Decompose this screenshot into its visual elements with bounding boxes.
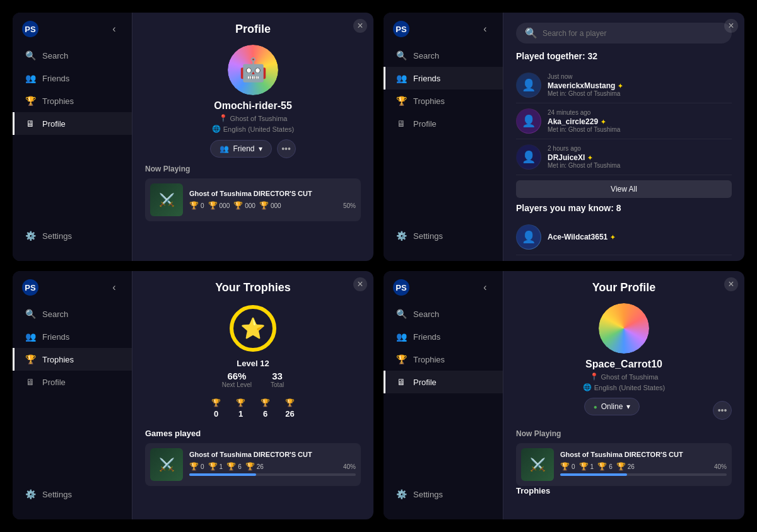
stat-next-level-lbl: Next Level: [222, 381, 252, 388]
player-time-1: Just now: [548, 73, 732, 80]
player-item-2[interactable]: 👤 24 minutes ago Aka_circle229 ✦ Met in:…: [516, 103, 732, 139]
sidebar-item-friends-3[interactable]: 👥 Friends: [13, 325, 132, 348]
chevron-icon-4: ▾: [626, 402, 630, 411]
svg-text:👤: 👤: [522, 114, 536, 128]
sidebar-item-settings-1[interactable]: ⚙️ Settings: [13, 224, 132, 247]
nav-bottom-4: ⚙️ Settings: [384, 477, 503, 512]
search-input-2[interactable]: [543, 29, 723, 38]
panel3-title: Your Trophies: [145, 281, 361, 294]
profile-game-4: Ghost of Tsushima: [601, 373, 659, 381]
more-button-4[interactable]: •••: [713, 401, 732, 420]
back-button-1[interactable]: ‹: [105, 20, 123, 38]
sidebar-item-settings-3[interactable]: ⚙️ Settings: [13, 483, 132, 506]
player-info-may-know-1: Ace-Wildcat3651 ✦: [548, 233, 732, 241]
game-card-4: ⚔️ Ghost of Tsushima DIRECTOR'S CUT 🏆 0 …: [516, 443, 732, 486]
more-button-1[interactable]: •••: [277, 139, 296, 158]
trophy-silver-count-4: 6: [609, 463, 613, 470]
back-button-3[interactable]: ‹: [105, 279, 123, 296]
game-card-3: ⚔️ Ghost of Tsushima DIRECTOR'S CUT 🏆 0 …: [145, 443, 361, 486]
friend-icon-1: 👥: [220, 144, 229, 153]
sidebar-item-friends-1[interactable]: 👥 Friends: [13, 67, 132, 90]
trophy-bronze-icon-1: 🏆: [259, 201, 269, 210]
sidebar-item-friends-4[interactable]: 👥 Friends: [384, 325, 503, 348]
game-card-1: ⚔️ Ghost of Tsushima DIRECTOR'S CUT 🏆 0 …: [145, 178, 361, 221]
sidebar-label-friends-3: Friends: [42, 332, 69, 342]
sidebar-item-search-4[interactable]: 🔍 Search: [384, 303, 503, 325]
trophy-pct-1: 50%: [343, 202, 356, 209]
trophy-gold-count-1: 000: [220, 202, 230, 209]
player-item-may-know-1[interactable]: 👤 Ace-Wildcat3651 ✦: [516, 219, 732, 255]
game-info-3: Ghost of Tsushima DIRECTOR'S CUT 🏆 0 🏆 1…: [189, 451, 356, 478]
sidebar-label-trophies-4: Trophies: [413, 355, 445, 364]
trophy-gold-count-4: 1: [590, 463, 594, 470]
sidebar-header-4: PS ‹: [384, 279, 503, 303]
online-status-button[interactable]: ● Online ▾: [584, 398, 640, 415]
sidebar-label-profile-3: Profile: [42, 378, 66, 387]
close-button-4[interactable]: ×: [724, 277, 738, 291]
trophies-icon-2: 🏆: [396, 95, 407, 107]
sidebar-item-trophies-3[interactable]: 🏆 Trophies: [13, 348, 132, 371]
player-name-row-3: DRJuiceXI ✦: [548, 153, 732, 162]
trophies-icon-1: 🏆: [25, 95, 36, 107]
close-button-3[interactable]: ×: [353, 277, 367, 291]
game-trophy-plat-3: 0: [201, 463, 204, 470]
avatar-bg-1: 🤖: [228, 45, 278, 95]
game-trophy-silver-3: 6: [238, 463, 242, 470]
sidebar-item-settings-4[interactable]: ⚙️ Settings: [384, 483, 503, 506]
profile-actions-1: 👥 Friend ▾ •••: [145, 139, 361, 158]
view-all-button[interactable]: View All: [516, 180, 732, 198]
profile-game-meta-1: 📍Ghost of Tsushima: [145, 114, 361, 122]
sidebar-item-search-3[interactable]: 🔍 Search: [13, 303, 132, 325]
sidebar-item-settings-2[interactable]: ⚙️ Settings: [384, 224, 503, 247]
sidebar-label-friends-2: Friends: [413, 74, 440, 83]
close-button-2[interactable]: ×: [724, 19, 738, 33]
stat-total-lbl: Total: [271, 381, 284, 388]
player-name-row-may-know-1: Ace-Wildcat3651 ✦: [548, 233, 732, 241]
sidebar-item-profile-2[interactable]: 🖥 Profile: [384, 112, 503, 135]
profile-name-4: Space_Carrot10: [516, 359, 732, 370]
search-icon-bar-2: 🔍: [525, 27, 537, 39]
svg-text:PS: PS: [396, 25, 407, 34]
trophy-row-4: 🏆 0 🏆 1 🏆 6 🏆 26 40%: [560, 462, 727, 471]
ps-logo-4: PS: [392, 279, 410, 296]
player-name-2: Aka_circle229: [548, 117, 598, 126]
sidebar-item-search-1[interactable]: 🔍 Search: [13, 44, 132, 67]
sidebar-item-trophies-4[interactable]: 🏆 Trophies: [384, 348, 503, 371]
sidebar-item-trophies-1[interactable]: 🏆 Trophies: [13, 90, 132, 112]
svg-text:👤: 👤: [522, 230, 536, 244]
back-button-2[interactable]: ‹: [476, 20, 494, 38]
sidebar-item-profile-3[interactable]: 🖥 Profile: [13, 371, 132, 393]
sidebar-label-trophies-2: Trophies: [413, 96, 445, 106]
sidebar-label-profile-4: Profile: [413, 378, 437, 387]
trophy-silver-icon-1: 🏆: [233, 201, 243, 210]
trophy-silver-4: 🏆 6: [597, 462, 613, 471]
profile-lang-meta-4: 🌐English (United States): [516, 383, 732, 391]
trophy-count-plat-val: 0: [214, 409, 218, 419]
player-met-3: Met in: Ghost of Tsushima: [548, 162, 732, 169]
sidebar-item-search-2[interactable]: 🔍 Search: [384, 44, 503, 67]
player-info-2: 24 minutes ago Aka_circle229 ✦ Met in: G…: [548, 109, 732, 133]
sidebar-item-friends-2[interactable]: 👥 Friends: [384, 67, 503, 90]
close-button-1[interactable]: ×: [353, 19, 367, 33]
stat-total-val: 33: [271, 371, 284, 381]
player-item-1[interactable]: 👤 Just now MaverickxMustang ✦ Met in: Gh…: [516, 67, 732, 103]
player-item-3[interactable]: 👤 2 hours ago DRJuiceXI ✦ Met in: Ghost …: [516, 139, 732, 175]
trophy-silver-count-1: 000: [245, 202, 255, 209]
online-dot-4: [640, 345, 648, 352]
profile-avatar-1: 🤖: [228, 45, 278, 95]
search-bar-2[interactable]: 🔍: [516, 23, 732, 43]
sidebar-label-friends-4: Friends: [413, 332, 440, 342]
trophy-pct-4: 40%: [714, 463, 727, 470]
sidebar-item-profile-1[interactable]: 🖥 Profile: [13, 112, 132, 135]
trophy-bronze-count-1: 000: [271, 202, 281, 209]
back-button-4[interactable]: ‹: [476, 279, 494, 296]
sidebar-panel3: PS ‹ 🔍 Search 👥 Friends 🏆 Trophies 🖥 Pro…: [13, 271, 132, 519]
trophies-icon-4: 🏆: [396, 354, 407, 365]
sidebar-item-trophies-2[interactable]: 🏆 Trophies: [384, 90, 503, 112]
profile-icon-4: 🖥: [396, 376, 407, 388]
trophy-row-3: 🏆 0 🏆 1 🏆 6 🏆 26 40%: [189, 462, 356, 471]
sidebar-item-profile-4[interactable]: 🖥 Profile: [384, 371, 503, 393]
friend-button-1[interactable]: 👥 Friend ▾: [210, 140, 271, 158]
level-inner: ⭐: [228, 303, 278, 354]
game-trophy-gold-3: 1: [220, 463, 223, 470]
